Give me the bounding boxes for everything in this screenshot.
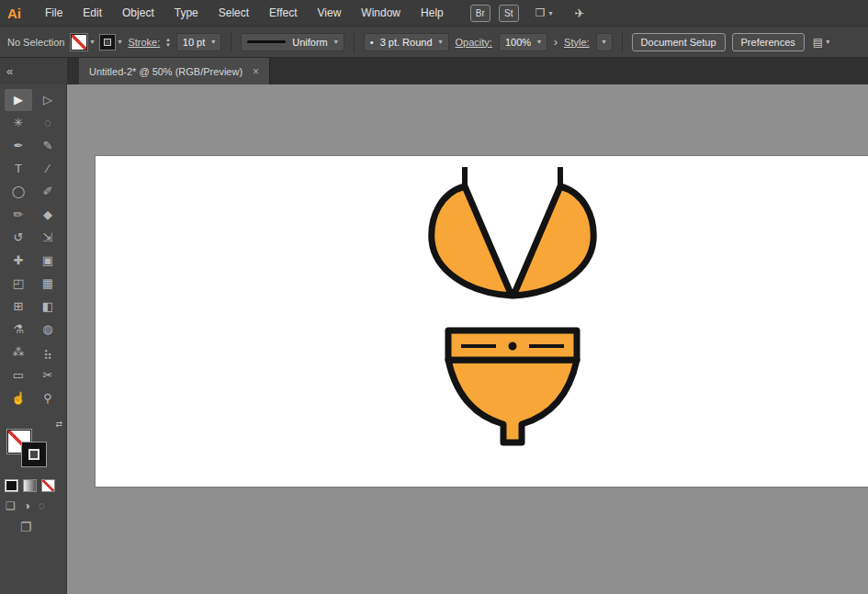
bikini-bottom[interactable]: [448, 360, 577, 443]
opacity-label[interactable]: Opacity:: [456, 37, 492, 48]
brush-definition-field[interactable]: • 3 pt. Round ▾: [364, 33, 449, 51]
gradient-tool[interactable]: ◧: [34, 296, 62, 318]
type-tool[interactable]: T: [5, 158, 32, 180]
draw-behind-icon[interactable]: ◑: [24, 499, 30, 512]
fill-stroke-widget: ⇄: [7, 426, 61, 470]
chevron-down-icon: ▾: [439, 38, 443, 46]
stroke-color-box[interactable]: [22, 443, 46, 466]
free-transform-tool[interactable]: ▣: [34, 250, 62, 272]
bikini-right-cup[interactable]: [513, 186, 593, 296]
bridge-badge[interactable]: Br: [470, 5, 490, 22]
pen-tool[interactable]: ✒: [5, 135, 32, 157]
ellipse-tool[interactable]: ◯: [5, 181, 32, 203]
menu-help[interactable]: Help: [411, 0, 454, 26]
menubar: Ai FileEditObjectTypeSelectEffectViewWin…: [0, 0, 868, 27]
bikini-artwork[interactable]: [404, 156, 625, 459]
menu-view[interactable]: View: [308, 0, 352, 26]
opacity-flyout-icon[interactable]: ›: [554, 36, 558, 49]
pencil-tool[interactable]: ✏: [5, 204, 32, 226]
free-transform-icon: ▣: [42, 253, 53, 267]
stock-badge[interactable]: St: [499, 5, 519, 22]
app-logo: Ai: [7, 6, 35, 21]
draw-inside-icon[interactable]: ◌: [39, 499, 45, 512]
shape-builder-tool[interactable]: ◰: [5, 273, 32, 295]
ellipse-icon: ◯: [12, 185, 26, 198]
canvas-area[interactable]: [67, 84, 868, 594]
preferences-button[interactable]: Preferences: [732, 33, 805, 51]
mesh-tool[interactable]: ⊞: [5, 296, 32, 318]
symbol-sprayer-tool[interactable]: ⁂: [5, 342, 32, 364]
bikini-left-cup[interactable]: [432, 186, 512, 296]
curvature-tool[interactable]: ✎: [34, 135, 62, 157]
zoom-icon: ⚲: [43, 391, 52, 405]
mesh-icon: ⊞: [14, 299, 24, 313]
menu-effect[interactable]: Effect: [259, 0, 307, 26]
document-setup-button[interactable]: Document Setup: [632, 33, 726, 51]
menu-edit[interactable]: Edit: [73, 0, 112, 26]
menu-type[interactable]: Type: [164, 0, 209, 26]
style-label[interactable]: Style:: [564, 37, 590, 48]
color-button[interactable]: [5, 479, 18, 492]
menubar-items: FileEditObjectTypeSelectEffectViewWindow…: [35, 0, 454, 26]
lasso-tool[interactable]: ◌: [34, 112, 62, 134]
waistband-dot[interactable]: [509, 342, 517, 351]
slice-tool[interactable]: ✂: [34, 364, 62, 387]
divider: [622, 32, 623, 52]
magic-wand-tool[interactable]: ✳: [5, 112, 32, 134]
paintbrush-tool[interactable]: ✐: [34, 181, 62, 203]
direct-selection-tool[interactable]: ▷: [34, 89, 62, 111]
line-segment-tool[interactable]: ∕: [34, 158, 62, 180]
width-tool[interactable]: ✚: [5, 250, 32, 272]
rotate-tool[interactable]: ↺: [5, 227, 32, 249]
gradient-button[interactable]: [23, 479, 37, 492]
eraser-icon: ◆: [43, 207, 52, 221]
control-panel-menu[interactable]: ▤ ▾: [813, 36, 829, 49]
workspace-switcher[interactable]: ❒ ▾: [535, 6, 553, 19]
hand-tool[interactable]: ☝: [5, 387, 32, 409]
draw-normal-icon[interactable]: ❏: [6, 499, 16, 512]
opacity-field[interactable]: 100% ▾: [499, 33, 547, 51]
zoom-tool[interactable]: ⚲: [34, 387, 62, 409]
close-tab-icon[interactable]: ×: [253, 65, 259, 78]
style-field[interactable]: ▾: [596, 33, 613, 51]
control-bar: No Selection ▾ ▾ Stroke: ▴ ▾ 10 pt ▾ Uni…: [0, 27, 868, 58]
none-button[interactable]: [41, 479, 55, 492]
stroke-color-control[interactable]: ▾: [100, 35, 121, 50]
tools-panel: ▶▷✳◌✒✎T∕◯✐✏◆↺⇲✚▣◰▦⊞◧⚗◍⁂⣦▭✂☝⚲ ⇄ ❏ ◑ ◌ ❐: [0, 84, 67, 594]
stroke-label[interactable]: Stroke:: [128, 37, 160, 48]
blend-tool[interactable]: ◍: [34, 319, 62, 341]
swap-fill-stroke-icon[interactable]: ⇄: [55, 420, 62, 429]
stroke-weight-stepper[interactable]: ▴ ▾: [166, 37, 170, 48]
chevron-down-icon: ▾: [826, 38, 829, 46]
tab-bar: « Untitled-2* @ 50% (RGB/Preview) ×: [0, 58, 868, 84]
gpu-performance-icon[interactable]: ✈: [575, 6, 585, 20]
menu-object[interactable]: Object: [112, 0, 164, 26]
column-graph-tool[interactable]: ⣦: [34, 342, 62, 364]
menu-window[interactable]: Window: [351, 0, 411, 26]
screen-mode-icon[interactable]: ❐: [20, 520, 32, 534]
fill-color-control[interactable]: ▾: [71, 34, 94, 50]
selection-tool[interactable]: ▶: [5, 89, 32, 111]
scale-icon: ⇲: [43, 230, 53, 244]
artboard-tool[interactable]: ▭: [5, 364, 32, 387]
drawing-modes: ❏ ◑ ◌: [6, 499, 45, 512]
eraser-tool[interactable]: ◆: [34, 204, 62, 226]
perspective-grid-tool[interactable]: ▦: [34, 273, 62, 295]
chevron-down-icon: ▾: [603, 38, 606, 46]
menu-file[interactable]: File: [35, 0, 73, 26]
stroke-weight-field[interactable]: 10 pt ▾: [176, 33, 221, 51]
eyedropper-icon: ⚗: [13, 322, 24, 336]
menu-select[interactable]: Select: [209, 0, 259, 26]
selection-icon: ▶: [14, 93, 23, 106]
collapse-panel-icon[interactable]: «: [6, 64, 13, 78]
line-segment-icon: ∕: [47, 162, 49, 175]
scale-tool[interactable]: ⇲: [34, 227, 62, 249]
workspace-icon: ❒: [535, 6, 546, 19]
color-mode-buttons: [5, 479, 55, 492]
selection-status: No Selection: [7, 37, 64, 48]
opacity-value: 100%: [505, 37, 531, 48]
stroke-profile-field[interactable]: Uniform ▾: [241, 33, 344, 51]
chevron-down-icon: ▾: [90, 38, 94, 46]
eyedropper-tool[interactable]: ⚗: [5, 319, 32, 341]
document-tab[interactable]: Untitled-2* @ 50% (RGB/Preview) ×: [79, 58, 270, 84]
